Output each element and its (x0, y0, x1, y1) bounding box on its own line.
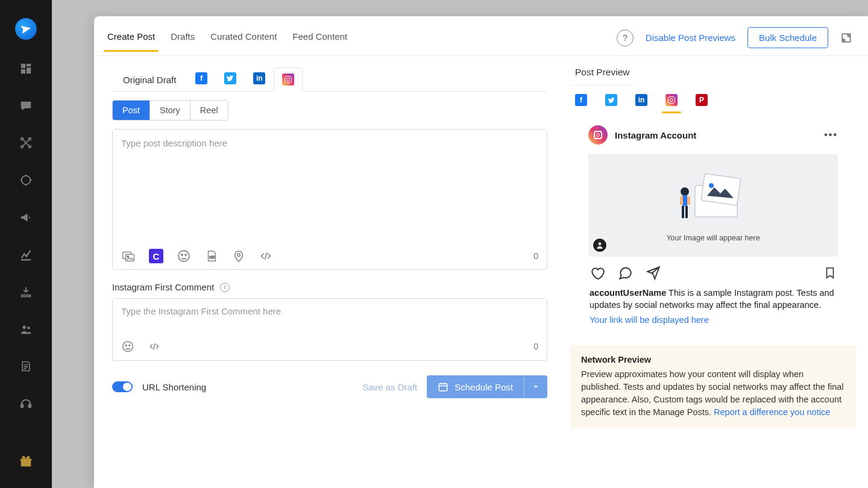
svg-point-25 (125, 345, 127, 346)
svg-rect-14 (20, 459, 31, 461)
heart-icon[interactable] (590, 265, 605, 281)
url-shortening-toggle[interactable] (112, 381, 133, 392)
code-icon[interactable] (259, 250, 273, 262)
svg-point-18 (127, 256, 129, 258)
svg-rect-2 (27, 67, 31, 74)
svg-rect-33 (680, 196, 683, 205)
instagram-account-name: Instagram Account (615, 130, 696, 140)
tab-drafts[interactable]: Drafts (171, 31, 195, 51)
notice-title: Network Preview (581, 355, 845, 364)
svg-point-9 (23, 325, 27, 329)
expand-icon[interactable] (840, 32, 852, 44)
svg-point-30 (709, 183, 714, 188)
first-comment-label: Instagram First Comment i (112, 282, 547, 292)
svg-point-37 (599, 242, 602, 245)
network-tab-instagram[interactable] (274, 67, 303, 92)
first-comment-input[interactable] (113, 299, 547, 334)
nav-support-icon[interactable] (14, 395, 38, 412)
tab-create-post[interactable]: Create Post (107, 31, 155, 51)
tab-feed-content[interactable]: Feed Content (292, 31, 347, 51)
bookmark-icon[interactable] (823, 265, 837, 281)
original-draft-label: Original Draft (112, 70, 187, 91)
post-type-post[interactable]: Post (113, 101, 150, 120)
svg-point-7 (29, 146, 31, 148)
svg-rect-29 (701, 174, 741, 205)
comment-code-icon[interactable] (148, 341, 161, 352)
svg-rect-0 (21, 63, 25, 67)
preview-title: Post Preview (570, 64, 634, 86)
post-composer-box: C GIF (112, 129, 547, 270)
notice-body: Preview approximates how your content wi… (581, 368, 845, 419)
svg-rect-12 (29, 404, 31, 408)
post-description-input[interactable] (113, 130, 547, 244)
svg-rect-13 (21, 460, 31, 466)
svg-rect-32 (682, 195, 687, 206)
save-as-draft-button[interactable]: Save as Draft (362, 382, 417, 392)
canva-icon[interactable]: C (149, 249, 163, 263)
network-tab-twitter[interactable] (216, 67, 245, 91)
help-icon[interactable]: ? (617, 30, 634, 46)
post-type-reel[interactable]: Reel (190, 101, 228, 120)
app-logo (15, 18, 37, 40)
preview-caption: accountUserName This is a sample Instagr… (588, 287, 838, 326)
report-difference-link[interactable]: Report a difference you notice (714, 407, 830, 417)
schedule-dropdown-button[interactable] (524, 375, 547, 398)
preview-tab-twitter[interactable] (605, 94, 617, 106)
modal-header: Create Post Drafts Curated Content Feed … (94, 16, 868, 56)
tab-curated-content[interactable]: Curated Content (210, 31, 277, 51)
location-icon[interactable] (232, 249, 245, 263)
nav-connect-icon[interactable] (14, 134, 38, 151)
emoji-icon[interactable] (177, 249, 191, 263)
network-tab-linkedin[interactable]: in (245, 67, 274, 91)
composer-panel: Original Draft f in Post Story Reel (94, 56, 564, 488)
gif-icon[interactable]: GIF (204, 249, 219, 263)
preview-tab-instagram[interactable] (665, 94, 678, 106)
disable-previews-link[interactable]: Disable Post Previews (646, 33, 735, 43)
nav-team-icon[interactable] (14, 321, 38, 338)
comment-char-counter: 0 (533, 342, 538, 351)
network-tab-facebook[interactable]: f (187, 67, 216, 91)
svg-point-24 (123, 342, 133, 352)
url-shortening-label: URL Shortening (142, 382, 206, 392)
instagram-preview-card: Instagram Account ••• (588, 125, 838, 326)
preview-panel: Post Preview f in P Instagram Account ••… (564, 56, 868, 488)
svg-rect-36 (685, 206, 688, 218)
info-icon[interactable]: i (220, 283, 230, 292)
preview-link[interactable]: Your link will be displayed here (590, 314, 837, 326)
svg-point-31 (681, 187, 689, 196)
preview-network-tabs: f in P (570, 86, 856, 108)
nav-download-icon[interactable] (14, 284, 38, 301)
network-preview-notice: Network Preview Preview approximates how… (570, 345, 856, 428)
nav-megaphone-icon[interactable] (14, 209, 38, 226)
preview-tab-facebook[interactable]: f (575, 94, 587, 106)
preview-tab-linkedin[interactable]: in (635, 94, 647, 106)
user-avatar-overlay-icon (592, 237, 608, 253)
nav-target-icon[interactable] (14, 172, 38, 189)
svg-rect-11 (21, 404, 24, 408)
comment-icon[interactable] (617, 265, 633, 281)
modal-tabs: Create Post Drafts Curated Content Feed … (107, 31, 347, 51)
nav-analytics-icon[interactable] (14, 246, 38, 263)
svg-point-8 (22, 176, 31, 185)
app-sidebar (0, 0, 52, 488)
schedule-post-button[interactable]: Schedule Post (427, 375, 524, 398)
svg-point-6 (21, 146, 24, 148)
more-options-icon[interactable]: ••• (824, 130, 838, 140)
nav-reports-icon[interactable] (14, 358, 38, 375)
post-type-story[interactable]: Story (150, 101, 190, 120)
svg-point-19 (178, 251, 189, 261)
nav-gift-icon[interactable] (14, 453, 38, 470)
instagram-avatar-icon (588, 125, 608, 145)
preview-image-placeholder: Your Image will appear here (588, 154, 838, 257)
comment-emoji-icon[interactable] (121, 340, 134, 353)
svg-rect-1 (27, 63, 31, 66)
share-icon[interactable] (645, 265, 661, 281)
bulk-schedule-button[interactable]: Bulk Schedule (747, 27, 828, 48)
post-type-segment: Post Story Reel (112, 100, 228, 120)
nav-dashboard-icon[interactable] (14, 60, 38, 77)
media-upload-icon[interactable] (121, 249, 136, 263)
preview-tab-pinterest[interactable]: P (696, 94, 708, 106)
svg-point-4 (21, 138, 24, 140)
svg-rect-27 (439, 384, 448, 391)
nav-messages-icon[interactable] (14, 98, 38, 114)
